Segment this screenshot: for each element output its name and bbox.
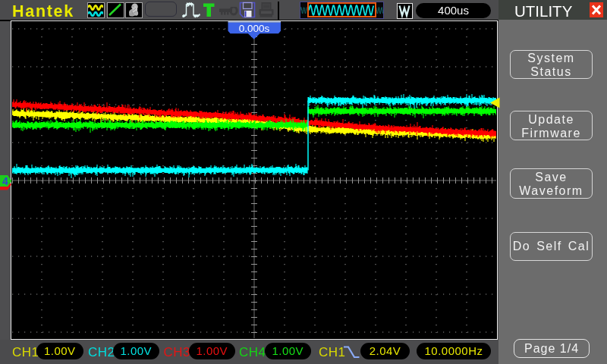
svg-text:0.000s: 0.000s xyxy=(239,23,270,34)
svg-text:4: 4 xyxy=(2,175,8,187)
